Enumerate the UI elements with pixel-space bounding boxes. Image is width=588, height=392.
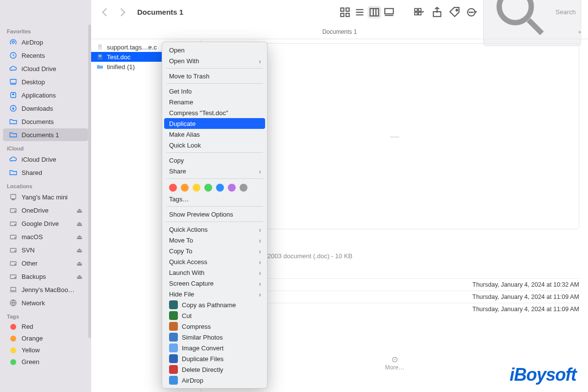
add-tab-button[interactable]: ＋ — [574, 26, 585, 37]
tag-color[interactable] — [240, 184, 247, 192]
menu-item-hide-file[interactable]: Hide File — [162, 289, 267, 299]
view-columns[interactable] — [368, 6, 381, 19]
menu-separator — [166, 152, 263, 153]
sidebar-item-shared[interactable]: Shared — [3, 166, 88, 179]
more-menu[interactable] — [466, 6, 479, 19]
svg-rect-7 — [12, 199, 15, 200]
forward-button[interactable] — [116, 6, 129, 19]
sidebar-item-jenny-s-macboo-[interactable]: Jenny's MacBoo… — [3, 283, 88, 296]
sidebar-tag-yellow[interactable]: Yellow — [3, 344, 88, 356]
menu-item-open[interactable]: Open — [162, 45, 267, 55]
tab-bar: Documents 1 ＋ — [91, 24, 588, 39]
menu-item-get-info[interactable]: Get Info — [162, 86, 267, 97]
sidebar-tag-green[interactable]: Green — [3, 356, 88, 368]
svg-point-17 — [15, 264, 16, 265]
menu-item-cut[interactable]: Cut — [162, 310, 267, 321]
menu-item-copy[interactable]: Copy — [162, 155, 267, 166]
svg-rect-6 — [11, 195, 16, 199]
tag-color[interactable] — [204, 184, 212, 192]
menu-item-airdrop[interactable]: AirDrop — [162, 375, 267, 386]
menu-item-screen-capture[interactable]: Screen Capture — [162, 278, 267, 289]
menu-separator — [166, 178, 263, 179]
menu-item-image-convert[interactable]: Image Convert — [162, 343, 267, 353]
eject-icon[interactable]: ⏏ — [76, 246, 82, 254]
menu-item-launch-with[interactable]: Launch With — [162, 267, 267, 278]
menu-item-duplicate-files[interactable]: Duplicate Files — [162, 353, 267, 364]
menu-item-compress[interactable]: Compress — [162, 321, 267, 332]
sidebar-item-other[interactable]: Other⏏ — [3, 257, 88, 270]
menu-item-copy-as-pathname[interactable]: Copy as Pathname — [162, 299, 267, 310]
sidebar-item-icloud-drive[interactable]: iCloud Drive — [3, 153, 88, 166]
menu-item-make-alias[interactable]: Make Alias — [162, 129, 267, 140]
tags-button[interactable] — [448, 6, 462, 19]
tag-color[interactable] — [193, 184, 200, 192]
menu-separator — [166, 221, 263, 222]
view-gallery[interactable] — [382, 6, 396, 19]
sidebar-item-recents[interactable]: Recents — [3, 49, 88, 62]
menu-item-icon — [169, 300, 178, 309]
sidebar-item-yang-s-mac-mini[interactable]: Yang's Mac mini — [3, 191, 88, 203]
sidebar-item-network[interactable]: Network — [3, 296, 88, 309]
sidebar-item-downloads[interactable]: Downloads — [3, 102, 88, 115]
eject-icon[interactable]: ⏏ — [76, 220, 82, 227]
share-button[interactable] — [430, 6, 444, 19]
sidebar-item-airdrop[interactable]: AirDrop — [3, 36, 88, 49]
sidebar-tag-red[interactable]: Red — [3, 321, 88, 332]
tag-color[interactable] — [216, 184, 224, 192]
context-menu: OpenOpen WithMove to TrashGet InfoRename… — [162, 42, 268, 389]
svg-point-39 — [456, 9, 458, 11]
sidebar-item-icloud-drive[interactable]: iCloud Drive — [3, 62, 88, 75]
tab-current[interactable]: Documents 1 — [322, 28, 357, 35]
view-icons[interactable] — [338, 6, 352, 19]
folder-icon — [9, 168, 18, 177]
eject-icon[interactable]: ⏏ — [76, 260, 82, 267]
tag-color[interactable] — [181, 184, 189, 192]
sidebar-item-documents[interactable]: Documents — [3, 115, 88, 128]
view-list[interactable] — [353, 6, 367, 19]
sidebar-item-svn[interactable]: SVN⏏ — [3, 244, 88, 256]
tag-dot-icon — [10, 359, 16, 365]
menu-item-share[interactable]: Share — [162, 166, 267, 176]
eject-icon[interactable]: ⏏ — [76, 233, 82, 241]
sidebar-item-onedrive[interactable]: OneDrive⏏ — [3, 204, 88, 217]
menu-item-icon — [169, 354, 178, 363]
svg-rect-29 — [370, 8, 378, 16]
sidebar-item-desktop[interactable]: Desktop — [3, 75, 88, 88]
sidebar-tag-orange[interactable]: Orange — [3, 333, 88, 344]
menu-item-icon — [169, 343, 178, 352]
sidebar-item-documents-1[interactable]: Documents 1 — [3, 128, 88, 141]
sidebar-item-google-drive[interactable]: Google Drive⏏ — [3, 217, 88, 230]
svg-rect-20 — [11, 288, 16, 291]
menu-separator — [166, 206, 263, 207]
eject-icon[interactable]: ⏏ — [76, 207, 82, 214]
eject-icon[interactable]: ⏏ — [76, 273, 82, 280]
menu-item-move-to[interactable]: Move To — [162, 235, 267, 245]
menu-item-rename[interactable]: Rename — [162, 97, 267, 107]
menu-item-compress-test-doc-[interactable]: Compress "Test.doc" — [162, 107, 267, 118]
toolbar: Documents 1 Search — [91, 0, 588, 24]
svg-point-9 — [15, 211, 16, 212]
svg-rect-23 — [346, 8, 349, 11]
menu-item-delete-directly[interactable]: Delete Directly — [162, 364, 267, 375]
menu-item-similar-photos[interactable]: Similar Photos — [162, 332, 267, 343]
back-button[interactable] — [98, 6, 112, 19]
sidebar-item-macos[interactable]: macOS⏏ — [3, 230, 88, 243]
menu-item-move-to-trash[interactable]: Move to Trash — [162, 71, 267, 81]
tag-color[interactable] — [169, 184, 177, 192]
menu-item-duplicate[interactable]: Duplicate — [164, 118, 265, 129]
menu-item-show-preview-options[interactable]: Show Preview Options — [162, 209, 267, 220]
group-menu[interactable] — [413, 6, 426, 19]
menu-item-copy-to[interactable]: Copy To — [162, 245, 267, 256]
globe-icon — [9, 298, 18, 307]
disk-icon — [9, 272, 18, 281]
sidebar-item-applications[interactable]: Applications — [3, 89, 88, 101]
sidebar-item-backups[interactable]: Backups⏏ — [3, 270, 88, 283]
menu-item-quick-look[interactable]: Quick Look — [162, 140, 267, 150]
menu-item-open-with[interactable]: Open With — [162, 55, 267, 66]
menu-item-quick-access[interactable]: Quick Access — [162, 256, 267, 267]
tag-dot-icon — [10, 324, 16, 330]
menu-item-tags-[interactable]: Tags… — [162, 194, 267, 204]
menu-item-quick-actions[interactable]: Quick Actions — [162, 224, 267, 235]
tag-color[interactable] — [228, 184, 236, 192]
svg-point-0 — [12, 41, 15, 44]
